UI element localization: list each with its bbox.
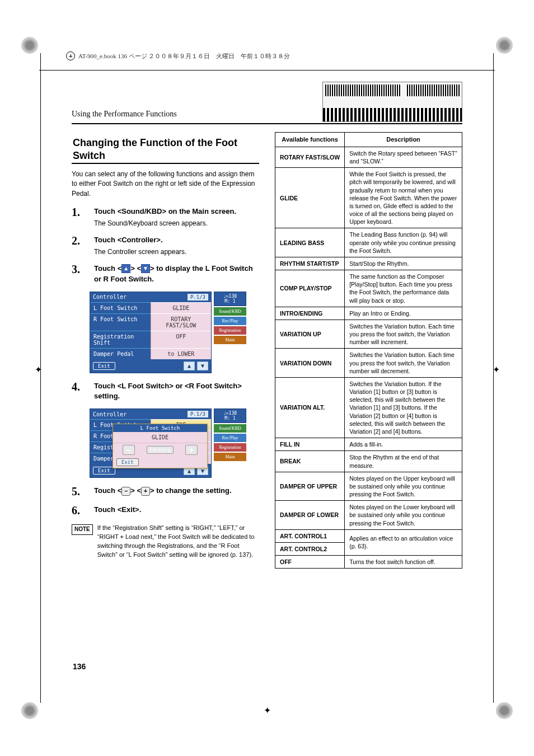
table-cell-description: Switches the Variation button. Each time… <box>345 349 462 378</box>
intro-text: You can select any of the following func… <box>72 170 259 199</box>
ss-tab-reg[interactable]: Registration <box>214 326 246 335</box>
ss-exit-button[interactable]: Exit <box>93 467 115 475</box>
table-cell-function: LEADING BASS <box>275 228 345 257</box>
step-3: 3. Touch <▲> <▼> to display the L Foot S… <box>72 264 259 285</box>
table-cell-function: DAMPER OF UPPER <box>275 472 345 501</box>
ss-row-value[interactable]: OFF <box>151 331 212 348</box>
table-cell-description: Applies an effect to an articulation voi… <box>345 529 462 555</box>
ss-row-value[interactable]: GLIDE <box>151 302 212 313</box>
table-row: COMP PLAY/STOPThe same function as the C… <box>275 270 462 307</box>
corner-decor-br <box>496 702 513 719</box>
step-number: 5. <box>72 486 88 497</box>
ss-row-label[interactable]: R Foot Switch <box>90 313 151 331</box>
factory-button[interactable]: Factory <box>147 446 174 454</box>
corner-decor-tr <box>496 37 513 54</box>
ss-exit-button[interactable]: Exit <box>93 362 115 370</box>
step-2: 2. Touch <Controller>. The Controller sc… <box>72 235 259 256</box>
table-header-func: Available functions <box>275 133 345 147</box>
ss-tab-main[interactable]: Main <box>214 336 246 344</box>
table-cell-description: Switches the Variation button. If the Va… <box>345 377 462 438</box>
crop-line-left <box>40 53 41 703</box>
minus-button[interactable]: – <box>123 445 135 455</box>
table-cell-description: Switch the Rotary speed between “FAST” a… <box>345 147 462 167</box>
controller-screenshot-1: Controller P.1/3 L Foot SwitchGLIDE R Fo… <box>90 292 246 373</box>
table-row: ART. CONTROL1Applies an effect to an art… <box>275 529 462 542</box>
ss-row-value[interactable]: ROTARY FAST/SLOW <box>151 313 212 331</box>
table-cell-function: VARIATION DOWN <box>275 349 345 378</box>
ss-row-label[interactable]: Damper Pedal <box>90 348 151 359</box>
ss-tab-sound[interactable]: Sound/KBD <box>214 424 246 433</box>
crop-mark-right: ✦ <box>490 364 502 375</box>
ss-tempo: ♩=130M: 1 <box>214 292 246 306</box>
up-arrow-icon[interactable]: ▲ <box>184 361 195 370</box>
table-cell-function: ART. CONTROL2 <box>275 542 345 555</box>
table-row: INTRO/ENDINGPlay an Intro or Ending. <box>275 307 462 320</box>
table-cell-function: DAMPER OF LOWER <box>275 501 345 530</box>
down-arrow-icon[interactable]: ▼ <box>197 361 208 370</box>
step-6: 6. Touch <Exit>. <box>72 505 259 516</box>
ss-tab-rec[interactable]: Rec/Play <box>214 434 246 442</box>
table-row: GLIDEWhile the Foot Switch is pressed, t… <box>275 168 462 228</box>
step-number: 1. <box>72 206 88 227</box>
table-cell-description: While the Foot Switch is pressed, the pi… <box>345 168 462 228</box>
section-heading: Changing the Function of the Foot Switch <box>72 133 259 164</box>
table-cell-function: FILL IN <box>275 438 345 451</box>
popup-exit-button[interactable]: Exit <box>116 458 139 466</box>
plus-button[interactable]: + <box>185 445 198 455</box>
table-row: VARIATION ALT.Switches the Variation but… <box>275 377 462 438</box>
step-number: 2. <box>72 235 88 256</box>
ss-tab-main[interactable]: Main <box>214 453 246 461</box>
ss-row-label[interactable]: L Foot Switch <box>90 302 151 313</box>
ss-tab-sound[interactable]: Sound/KBD <box>214 307 246 316</box>
table-cell-function: OFF <box>275 556 345 569</box>
ss-row-label[interactable]: Registration Shift <box>90 331 151 348</box>
table-cell-description: Play an Intro or Ending. <box>345 307 462 320</box>
table-cell-function: ROTARY FAST/SLOW <box>275 147 345 167</box>
step-title: Touch <Controller>. <box>94 235 259 246</box>
step-text: Touch < <box>94 264 121 273</box>
table-cell-function: RHYTHM START/STP <box>275 257 345 270</box>
step-text: > to change the setting. <box>150 486 232 495</box>
table-row: VARIATION UPSwitches the Variation butto… <box>275 320 462 349</box>
table-cell-description: Adds a fill-in. <box>345 438 462 451</box>
table-cell-function: BREAK <box>275 451 345 472</box>
header-meta: AT-900_e.book 136 ページ ２００８年９月１６日 火曜日 午前１… <box>66 51 290 60</box>
step-number: 4. <box>72 381 88 402</box>
step-desc: The Controller screen appears. <box>94 248 259 256</box>
table-cell-description: Notes played on the Lower keyboard will … <box>345 501 462 530</box>
step-title: Touch <L Foot Switch> or <R Foot Switch>… <box>94 381 259 402</box>
ss-tab-rec[interactable]: Rec/Play <box>214 317 246 325</box>
crop-mark-left: ✦ <box>32 364 44 375</box>
ss-row-value[interactable]: to LOWER <box>151 348 212 359</box>
table-row: DAMPER OF UPPERNotes played on the Upper… <box>275 472 462 501</box>
table-cell-description: Notes played on the Upper keyboard will … <box>345 472 462 501</box>
ss-tab-reg[interactable]: Registration <box>214 443 246 452</box>
step-text: > < <box>130 486 141 495</box>
note-box: NOTE If the “Registration Shift” setting… <box>72 524 259 560</box>
crop-line-top <box>39 70 495 71</box>
ss-title: Controller <box>93 294 127 300</box>
settings-popup: L Foot Switch GLIDE – Factory + Exit <box>113 424 208 468</box>
step-desc: The Sound/Keyboard screen appears. <box>94 219 259 227</box>
step-4: 4. Touch <L Foot Switch> or <R Foot Swit… <box>72 381 259 402</box>
crop-mark-bottom: ✦ <box>261 705 273 716</box>
step-1: 1. Touch <Sound/KBD> on the Main screen.… <box>72 206 259 227</box>
corner-decor-tl <box>21 37 38 54</box>
ss-tempo: ♩=130M: 1 <box>214 408 246 423</box>
table-cell-description: Switches the Variation button. Each time… <box>345 320 462 349</box>
table-cell-description: Start/Stop the Rhythm. <box>345 257 462 270</box>
table-row: BREAKStop the Rhythm at the end of that … <box>275 451 462 472</box>
table-row: RHYTHM START/STPStart/Stop the Rhythm. <box>275 257 462 270</box>
table-cell-function: VARIATION UP <box>275 320 345 349</box>
ss-page-chip: P.1/3 <box>188 294 208 300</box>
table-cell-description: Turns the foot switch function off. <box>345 556 462 569</box>
step-number: 3. <box>72 264 88 285</box>
step-5: 5. Touch <–> <+> to change the setting. <box>72 486 259 497</box>
table-cell-function: VARIATION ALT. <box>275 377 345 438</box>
section-divider <box>72 123 462 124</box>
step-number: 6. <box>72 505 88 516</box>
step-title: Touch <–> <+> to change the setting. <box>94 486 259 496</box>
table-cell-function: GLIDE <box>275 168 345 228</box>
controller-screenshot-2: Controller P.1/3 L Foot SwitchIDE R Foot… <box>90 408 246 478</box>
table-cell-function: ART. CONTROL1 <box>275 529 345 542</box>
